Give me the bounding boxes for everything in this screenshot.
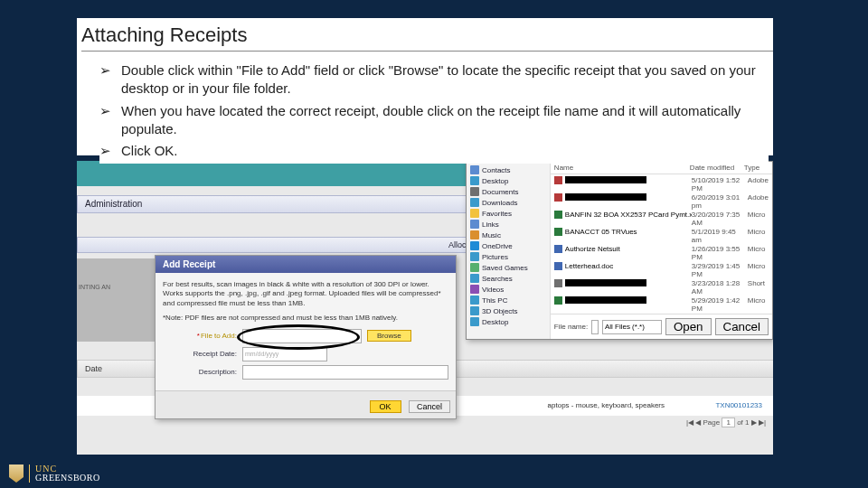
file-row[interactable]: 6/20/2019 3:01 pmAdobe [554,192,769,210]
file-row[interactable]: 5/29/2019 1:42 PMMicro [554,296,769,313]
title-underline [81,51,773,52]
filename-input[interactable] [591,320,599,334]
nav-item[interactable]: Pictures [470,251,546,262]
embedded-screenshot: Administration Allocation INTING AN Date… [77,161,773,455]
nav-item[interactable]: Searches [470,273,546,284]
file-row[interactable]: BANACCT 05 TRVues5/1/2019 9:45 amMicro [554,227,769,244]
file-to-add-label: File to Add: [163,332,242,340]
file-row[interactable]: 5/10/2019 1:52 PMAdobe [554,175,769,192]
bullet-list: ➢Double click within "File to Add" field… [99,61,769,164]
side-band: INTING AN [77,258,157,342]
file-row[interactable]: BANFIN 32 BOA XX2537 PCard Pymt.xlsx3/20… [554,210,769,227]
pager: |◀ ◀ Page 1 of 1 ▶ ▶| [686,418,766,427]
col-name[interactable]: Name [554,164,690,172]
col-date[interactable]: Date modified [690,164,744,172]
nav-item[interactable]: This PC [470,295,546,305]
open-button[interactable]: Open [665,318,712,335]
add-receipt-modal: Add Receipt For best results, scan image… [155,255,457,419]
txn-link[interactable]: TXN00101233 [715,396,762,416]
page-input[interactable]: 1 [722,418,734,427]
file-nav-tree[interactable]: ContactsDesktopDocumentsDownloadsFavorit… [467,162,551,339]
description-input[interactable] [242,365,448,380]
browse-button[interactable]: Browse [367,330,411,342]
slide-title: Attaching Receipts [81,23,769,47]
description-label: Description: [163,368,242,376]
cancel-button[interactable]: Cancel [409,400,450,413]
file-filter[interactable]: All Files (*.*) [602,320,662,334]
file-row[interactable]: Letterhead.doc3/29/2019 1:45 PMMicro [554,261,769,278]
nav-item[interactable]: 3D Objects [470,305,546,316]
footer-line2: GREENSBORO [35,474,100,483]
shield-icon [9,465,24,483]
modal-note: For best results, scan images in black &… [163,280,448,308]
nav-item[interactable]: OneDrive [470,240,546,251]
file-row[interactable]: Authorize Netsuit1/26/2019 3:55 PMMicro [554,244,769,261]
col-type[interactable]: Type [744,164,760,172]
file-cancel-button[interactable]: Cancel [715,318,769,335]
nav-item[interactable]: Favorites [470,208,546,219]
nav-item[interactable]: Desktop [470,316,546,327]
nav-item[interactable]: Videos [470,284,546,295]
nav-item[interactable]: Downloads [470,197,546,208]
file-list[interactable]: 5/10/2019 1:52 PMAdobe6/20/2019 3:01 pmA… [551,174,772,314]
file-open-dialog: ContactsDesktopDocumentsDownloadsFavorit… [466,161,773,340]
bullet-item: When you have located the correct receip… [121,102,769,139]
modal-note: *Note: PDF files are not compressed and … [163,314,448,323]
receipt-date-label: Receipt Date: [163,350,242,358]
modal-title: Add Receipt [156,256,456,273]
footer-logo: UNC GREENSBORO [9,465,100,483]
file-to-add-input[interactable] [242,329,362,343]
filename-label: File name: [554,323,588,331]
nav-item[interactable]: Saved Games [470,262,546,273]
nav-item[interactable]: Music [470,230,546,240]
file-row[interactable]: 3/23/2018 1:28 AMShort [554,278,769,296]
nav-item[interactable]: Links [470,219,546,230]
nav-item[interactable]: Desktop [470,175,546,186]
nav-item[interactable]: Documents [470,186,546,197]
ok-button[interactable]: OK [370,400,401,413]
row-description: aptops - mouse, keyboard, speakers [548,396,665,416]
nav-item[interactable]: Contacts [470,164,546,175]
bullet-item: Double click within "File to Add" field … [121,61,769,99]
receipt-date-input[interactable]: mm/dd/yyyy [242,347,327,361]
bullet-item: Click OK. [121,142,178,160]
